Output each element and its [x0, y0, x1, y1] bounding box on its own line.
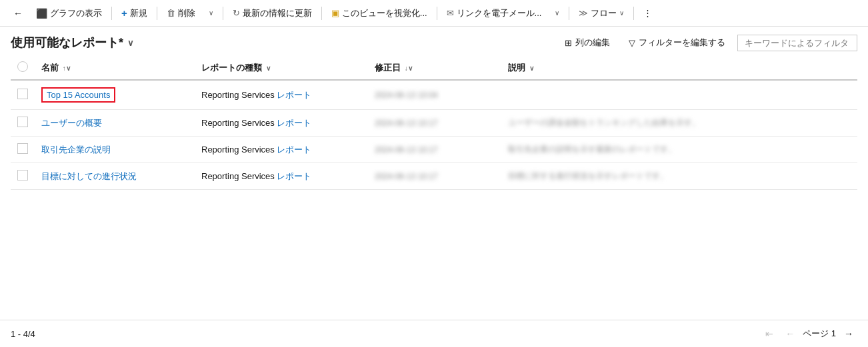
- report-modified-1: 2024-06-13 10:17: [375, 119, 438, 128]
- row-checkbox-0[interactable]: [17, 89, 28, 99]
- report-type-link-2[interactable]: レポート: [277, 145, 311, 155]
- separator-5: [437, 7, 437, 20]
- graph-label: グラフの表示: [50, 7, 102, 19]
- visualize-icon: ▣: [331, 8, 339, 18]
- type-sort-icon: ∨: [266, 65, 271, 72]
- report-name-link-2[interactable]: 取引先企業の説明: [41, 145, 111, 155]
- report-description-2: 取引先企業の説明を示す最新のレポートです。: [508, 145, 676, 154]
- header-checkbox-cell: [11, 56, 35, 80]
- filter-label: フィルターを編集する: [639, 37, 725, 49]
- title-chevron[interactable]: ∨: [127, 38, 134, 48]
- filter-icon: ▽: [629, 38, 635, 48]
- email-dropdown[interactable]: ∨: [549, 7, 565, 19]
- separator-4: [321, 7, 322, 20]
- more-icon: ⋮: [643, 8, 652, 18]
- report-type-link-1[interactable]: レポート: [277, 118, 311, 128]
- report-name-link-3[interactable]: 目標に対しての進行状況: [41, 171, 137, 181]
- separator-3: [223, 7, 223, 20]
- email-label: リンクを電子メール...: [457, 7, 542, 19]
- report-modified-3: 2024-06-13 10:17: [375, 172, 438, 181]
- row-checkbox-2[interactable]: [17, 143, 28, 154]
- visualize-label: このビューを視覚化...: [342, 7, 427, 19]
- new-label: 新規: [130, 7, 147, 19]
- header-checkbox[interactable]: [17, 61, 28, 72]
- table-row: 目標に対しての進行状況Reporting Services レポート2024-0…: [11, 163, 857, 190]
- flow-button[interactable]: ≫ フロー ∨: [573, 5, 629, 22]
- header-description[interactable]: 説明 ∨: [501, 56, 857, 80]
- header-type-label: レポートの種類: [201, 63, 262, 73]
- header-description-label: 説明: [508, 63, 525, 73]
- header-name-label: 名前: [41, 63, 59, 73]
- email-icon: ✉: [447, 8, 454, 18]
- report-modified-0: 2024-06-13 10:04: [375, 91, 438, 100]
- table-container: 名前 ↑∨ レポートの種類 ∨ 修正日 ↓∨ 説明 ∨ Top 15 Accou…: [0, 56, 868, 190]
- back-icon: ←: [13, 8, 23, 19]
- reports-table: 名前 ↑∨ レポートの種類 ∨ 修正日 ↓∨ 説明 ∨ Top 15 Accou…: [11, 56, 857, 190]
- header-name[interactable]: 名前 ↑∨: [35, 56, 195, 80]
- table-header-row: 名前 ↑∨ レポートの種類 ∨ 修正日 ↓∨ 説明 ∨: [11, 56, 857, 80]
- header-modified-label: 修正日: [375, 63, 401, 73]
- modified-sort-icon: ↓∨: [405, 65, 413, 72]
- flow-icon: ≫: [579, 8, 588, 18]
- report-type-text-1: Reporting Services: [201, 118, 277, 128]
- header-modified[interactable]: 修正日 ↓∨: [368, 56, 501, 80]
- visualize-button[interactable]: ▣ このビューを視覚化...: [326, 5, 433, 22]
- keyword-filter-input[interactable]: [737, 35, 857, 51]
- report-type-link-3[interactable]: レポート: [277, 171, 311, 181]
- row-checkbox-1[interactable]: [17, 117, 28, 127]
- header-type[interactable]: レポートの種類 ∨: [195, 56, 368, 80]
- page-title: 使用可能なレポート*: [11, 35, 123, 51]
- toolbar: ← ⬛ グラフの表示 + 新規 🗑 削除 ∨ ↻ 最新の情報に更新 ▣ このビュ…: [0, 0, 868, 27]
- table-row: 取引先企業の説明Reporting Services レポート2024-06-1…: [11, 137, 857, 163]
- report-description-1: ユーザーの課金金額をトランキングした結果を示す。: [508, 118, 700, 127]
- table-row: Top 15 AccountsReporting Services レポート20…: [11, 80, 857, 110]
- edit-columns-label: 列の編集: [575, 37, 610, 49]
- report-modified-2: 2024-06-13 10:17: [375, 145, 438, 155]
- filter-button[interactable]: ▽ フィルターを編集する: [622, 33, 732, 52]
- refresh-button[interactable]: ↻ 最新の情報に更新: [227, 5, 317, 22]
- email-button[interactable]: ✉ リンクを電子メール...: [441, 5, 547, 22]
- name-sort-icon: ↑∨: [63, 65, 71, 72]
- row-checkbox-3[interactable]: [17, 170, 28, 180]
- separator-1: [111, 7, 112, 20]
- report-name-link-1[interactable]: ユーザーの概要: [41, 118, 102, 128]
- report-type-link-0[interactable]: レポート: [277, 90, 311, 100]
- delete-dropdown-arrow: ∨: [209, 9, 213, 17]
- separator-7: [633, 7, 634, 20]
- separator-2: [157, 7, 157, 20]
- description-sort-icon: ∨: [529, 65, 534, 72]
- graph-view-button[interactable]: ⬛ グラフの表示: [31, 5, 107, 22]
- more-button[interactable]: ⋮: [638, 5, 657, 21]
- report-description-3: 目標に対する進行状況を示すレポートです。: [508, 171, 668, 180]
- trash-icon: 🗑: [167, 8, 175, 18]
- page-header: 使用可能なレポート* ∨ ⊞ 列の編集 ▽ フィルターを編集する: [0, 27, 868, 56]
- delete-button[interactable]: 🗑 削除: [161, 5, 201, 22]
- new-button[interactable]: + 新規: [116, 5, 153, 22]
- graph-icon: ⬛: [36, 8, 47, 19]
- header-actions: ⊞ 列の編集 ▽ フィルターを編集する: [558, 33, 857, 52]
- report-type-text-0: Reporting Services: [201, 90, 277, 100]
- refresh-label: 最新の情報に更新: [243, 7, 312, 19]
- edit-columns-icon: ⊞: [565, 38, 572, 48]
- report-type-text-3: Reporting Services: [201, 171, 277, 181]
- flow-dropdown-arrow: ∨: [619, 9, 624, 17]
- edit-columns-button[interactable]: ⊞ 列の編集: [558, 33, 617, 52]
- delete-label: 削除: [178, 7, 195, 19]
- table-row: ユーザーの概要Reporting Services レポート2024-06-13…: [11, 110, 857, 137]
- report-name-link-0[interactable]: Top 15 Accounts: [41, 87, 115, 103]
- refresh-icon: ↻: [233, 8, 240, 18]
- report-type-text-2: Reporting Services: [201, 145, 277, 155]
- flow-label: フロー: [591, 7, 617, 19]
- plus-icon: +: [121, 7, 127, 19]
- delete-dropdown[interactable]: ∨: [203, 7, 219, 19]
- back-button[interactable]: ←: [8, 5, 28, 21]
- email-dropdown-arrow: ∨: [555, 9, 559, 17]
- separator-6: [569, 7, 569, 20]
- page-title-area: 使用可能なレポート* ∨: [11, 35, 134, 51]
